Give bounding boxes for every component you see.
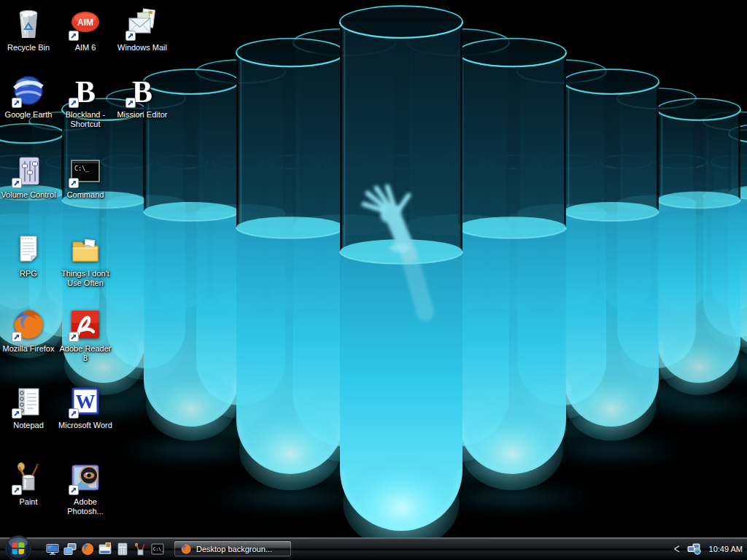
shortcut-arrow-icon — [12, 485, 22, 495]
desktop-icon-label: Paint — [0, 497, 57, 507]
shortcut-arrow-icon — [12, 98, 22, 108]
desktop-icon-label: Mozilla Firefox — [0, 344, 57, 354]
quick-launch-bar: C:\_ — [45, 542, 165, 556]
taskbar-task-desktop-background[interactable]: Desktop backgroun... — [174, 540, 292, 557]
aim-icon: AIM — [68, 6, 103, 41]
desktop-icon-label: Google Earth — [0, 110, 57, 120]
network-icon[interactable] — [687, 543, 702, 555]
shortcut-arrow-icon — [125, 31, 136, 41]
recycle-bin-icon — [11, 6, 46, 41]
quick-launch-firefox[interactable] — [80, 542, 95, 556]
system-tray: < 10:49 AM — [674, 538, 743, 560]
globe-icon — [11, 73, 46, 108]
desktop-icon-label: Windows Mail — [114, 43, 171, 52]
firefox-icon — [11, 307, 46, 342]
desktop-icon-label: Command — [57, 190, 114, 200]
desktop-icon-adobe-reader-8[interactable]: Adobe Reader 8 — [57, 307, 114, 363]
taskbar-clock[interactable]: 10:49 AM — [709, 545, 743, 553]
desktop-icon-volume-control[interactable]: Volume Control — [0, 153, 57, 200]
desktop-icon-microsoft-word[interactable]: W Microsoft Word — [57, 384, 114, 430]
mail-icon — [125, 6, 160, 41]
desktop-icon-command[interactable]: C:\_ Command — [57, 153, 114, 200]
notepad-icon — [11, 384, 46, 419]
text-doc-icon — [11, 232, 46, 267]
shortcut-arrow-icon — [69, 31, 79, 41]
shortcut-arrow-icon — [12, 408, 22, 419]
desktop-icon-blockland-shortcut[interactable]: B Blockland - Shortcut — [57, 73, 114, 129]
desktop-icon-google-earth[interactable]: Google Earth — [0, 73, 57, 120]
svg-text:C:\_: C:\_ — [153, 546, 164, 552]
desktop-icon-mission-editor[interactable]: B Mission Editor — [114, 73, 171, 120]
letter-b-icon: B — [68, 73, 103, 108]
desktop-icon-rpg[interactable]: RPG — [0, 232, 57, 279]
shortcut-arrow-icon — [69, 408, 79, 419]
desktop-icon-label: Adobe Photosh... — [57, 497, 114, 516]
console-icon: C:\_ — [68, 153, 103, 188]
desktop-icon-label: RPG — [0, 269, 57, 279]
quick-launch-command-prompt[interactable]: C:\_ — [150, 542, 165, 556]
quick-launch-paint[interactable] — [133, 542, 147, 556]
shortcut-arrow-icon — [69, 98, 79, 108]
shortcut-arrow-icon — [12, 178, 22, 188]
desktop-icon-aim-6[interactable]: AIM AIM 6 — [57, 6, 114, 52]
shortcut-arrow-icon — [69, 178, 79, 188]
start-button[interactable] — [4, 534, 32, 560]
svg-text:C:\_: C:\_ — [74, 165, 90, 172]
tray-expand-chevron-icon[interactable]: < — [674, 534, 680, 560]
shortcut-arrow-icon — [125, 98, 136, 108]
desktop-icon-label: Things I don't Use Often — [57, 269, 114, 288]
photoshop-icon — [68, 460, 103, 495]
desktop-icon-mozilla-firefox[interactable]: Mozilla Firefox — [0, 307, 57, 354]
shortcut-arrow-icon — [69, 332, 79, 342]
task-button-label: Desktop backgroun... — [196, 545, 272, 553]
shortcut-arrow-icon — [12, 332, 22, 342]
desktop-icon-label: Blockland - Shortcut — [57, 110, 114, 129]
desktop-icon-paint[interactable]: Paint — [0, 460, 57, 507]
desktop-icon-label: Adobe Reader 8 — [57, 344, 114, 363]
mixer-icon — [11, 153, 46, 188]
desktop-icon-label: Volume Control — [0, 190, 57, 200]
desktop-icon-label: AIM 6 — [57, 43, 114, 52]
letter-b-icon: B — [125, 73, 160, 108]
svg-text:AIM: AIM — [77, 18, 93, 28]
desktop-icon-label: Notepad — [0, 421, 57, 430]
firefox-icon — [180, 543, 192, 555]
desktop-icon-notepad[interactable]: Notepad — [0, 384, 57, 430]
desktop-icon-recycle-bin[interactable]: Recycle Bin — [0, 6, 57, 52]
desktop-icon-label: Mission Editor — [114, 110, 171, 120]
desktop-icon-label: Recycle Bin — [0, 43, 57, 52]
desktop-icon-label: Microsoft Word — [57, 421, 114, 430]
word-icon: W — [68, 384, 103, 419]
desktop-icon-adobe-photoshop[interactable]: Adobe Photosh... — [57, 460, 114, 516]
shortcut-arrow-icon — [69, 485, 79, 495]
reader-icon — [68, 307, 103, 342]
quick-launch-show-desktop[interactable] — [45, 542, 60, 556]
quick-launch-explorer-window[interactable] — [98, 542, 112, 556]
desktop-icon-things-i-dont-use-often[interactable]: Things I don't Use Often — [57, 232, 114, 288]
paint-icon — [11, 460, 46, 495]
desktop-icon-windows-mail[interactable]: Windows Mail — [114, 6, 171, 52]
taskbar: C:\_ Desktop backgroun... < 10:49 AM — [0, 537, 747, 560]
quick-launch-calculator[interactable] — [115, 542, 130, 556]
quick-launch-switch-windows[interactable] — [63, 542, 77, 556]
folder-icon — [68, 232, 103, 267]
